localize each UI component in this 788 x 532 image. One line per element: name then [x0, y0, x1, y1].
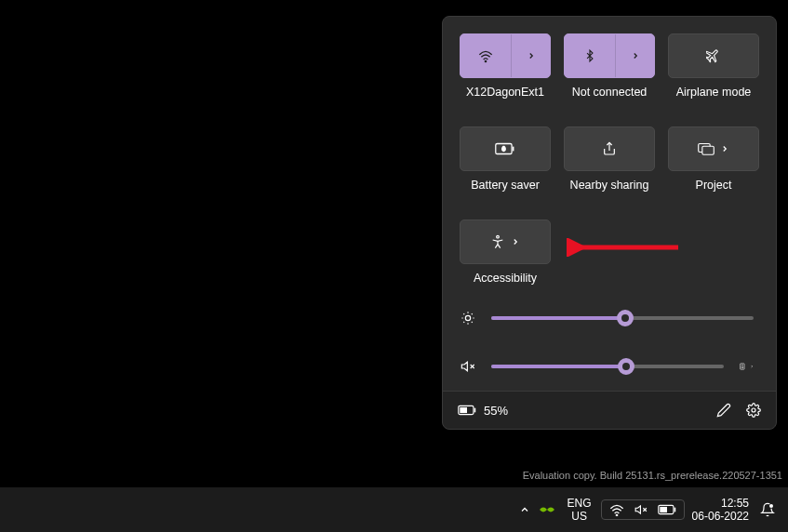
wifi-label: X12DagonExt1 — [466, 86, 544, 99]
evaluation-watermark: Evaluation copy. Build 25131.rs_prerelea… — [523, 470, 782, 481]
clock-time: 12:55 — [692, 497, 749, 510]
sliders-section — [443, 305, 776, 391]
svg-marker-16 — [461, 362, 467, 370]
volume-slider-thumb[interactable] — [618, 358, 634, 375]
clock-date: 06-06-2022 — [692, 510, 749, 523]
brightness-slider-thumb[interactable] — [617, 310, 634, 326]
svg-line-14 — [463, 322, 464, 323]
chevron-right-icon — [511, 237, 520, 246]
tray-overflow-button[interactable] — [519, 504, 530, 515]
airplane-label: Airplane mode — [676, 86, 752, 99]
chevron-right-icon — [631, 51, 640, 60]
svg-rect-34 — [674, 508, 675, 512]
airplane-toggle[interactable] — [668, 33, 759, 78]
svg-point-6 — [497, 235, 500, 238]
svg-marker-29 — [635, 506, 640, 513]
quick-settings-panel: X12DagonExt1Not connectedAirplane modeBa… — [442, 16, 777, 430]
svg-rect-23 — [460, 407, 467, 413]
language-indicator[interactable]: ENG US — [564, 497, 595, 524]
nearby-label: Nearby sharing — [570, 179, 649, 192]
volume-muted-icon — [460, 359, 476, 374]
chevron-right-icon — [720, 144, 729, 153]
system-tray[interactable] — [601, 499, 685, 520]
svg-point-36 — [769, 504, 773, 508]
chevron-right-icon — [527, 51, 536, 60]
svg-point-25 — [752, 408, 755, 412]
bluetooth-toggle-main[interactable] — [565, 34, 615, 77]
project-label: Project — [696, 179, 732, 192]
volume-slider-row — [460, 359, 754, 374]
volume-slider[interactable] — [491, 365, 724, 368]
svg-rect-24 — [474, 408, 476, 413]
svg-line-10 — [463, 313, 464, 314]
svg-point-28 — [616, 514, 617, 515]
nearby-toggle[interactable] — [564, 126, 655, 171]
edit-quick-settings-button[interactable] — [716, 403, 731, 418]
wifi-expand-button[interactable] — [511, 34, 550, 77]
tray-volume-muted-icon — [634, 503, 648, 516]
tray-battery-icon — [658, 504, 676, 515]
clock-button[interactable]: 12:55 06-06-2022 — [690, 497, 751, 524]
bluetooth-icon — [583, 48, 596, 63]
accessibility-icon — [490, 234, 505, 249]
brightness-slider[interactable] — [491, 316, 754, 320]
language-bottom: US — [568, 510, 592, 523]
brightness-slider-row — [460, 311, 754, 326]
accessibility-toggle[interactable] — [460, 219, 551, 264]
svg-line-15 — [472, 313, 473, 314]
taskbar: ENG US 12:55 06-06-2022 — [0, 487, 788, 532]
quick-settings-tiles: X12DagonExt1Not connectedAirplane modeBa… — [443, 17, 776, 305]
tile-airplane: Airplane mode — [668, 33, 759, 119]
battery-saver-toggle[interactable] — [460, 126, 551, 171]
battery-percent-label: 55% — [484, 404, 508, 418]
project-icon — [698, 142, 715, 155]
volume-output-selector[interactable] — [739, 360, 754, 373]
svg-line-11 — [472, 322, 473, 323]
tile-nearby: Nearby sharing — [564, 126, 655, 212]
wifi-icon — [478, 48, 493, 63]
wifi-toggle-main[interactable] — [461, 34, 511, 77]
bluetooth-toggle[interactable] — [564, 33, 655, 78]
tile-battery-saver: Battery saver — [460, 126, 551, 212]
svg-rect-5 — [702, 146, 714, 154]
svg-rect-33 — [660, 507, 667, 512]
notification-bell-icon[interactable] — [756, 502, 779, 517]
battery-saver-label: Battery saver — [471, 179, 540, 192]
nvidia-tray-icon[interactable] — [536, 503, 558, 516]
svg-point-21 — [741, 365, 742, 366]
project-toggle[interactable] — [668, 126, 759, 171]
tile-wifi: X12DagonExt1 — [460, 33, 551, 119]
tile-accessibility: Accessibility — [460, 219, 551, 305]
svg-point-20 — [741, 366, 743, 368]
quick-settings-footer: 55% — [443, 391, 776, 429]
airplane-icon — [706, 48, 721, 63]
tile-project: Project — [668, 126, 759, 212]
svg-rect-2 — [513, 147, 514, 152]
tile-bluetooth: Not connected — [564, 33, 655, 119]
battery-status-button[interactable]: 55% — [458, 404, 508, 418]
brightness-icon — [460, 311, 476, 326]
svg-point-0 — [485, 60, 486, 61]
tray-wifi-icon — [609, 503, 624, 516]
bluetooth-label: Not connected — [572, 86, 648, 99]
settings-button[interactable] — [746, 403, 761, 418]
share-icon — [602, 141, 617, 156]
language-top: ENG — [568, 497, 592, 510]
accessibility-label: Accessibility — [474, 272, 537, 285]
battery-saver-icon — [495, 142, 515, 155]
svg-point-7 — [465, 315, 470, 320]
wifi-toggle[interactable] — [460, 33, 551, 78]
bluetooth-expand-button[interactable] — [615, 34, 654, 77]
